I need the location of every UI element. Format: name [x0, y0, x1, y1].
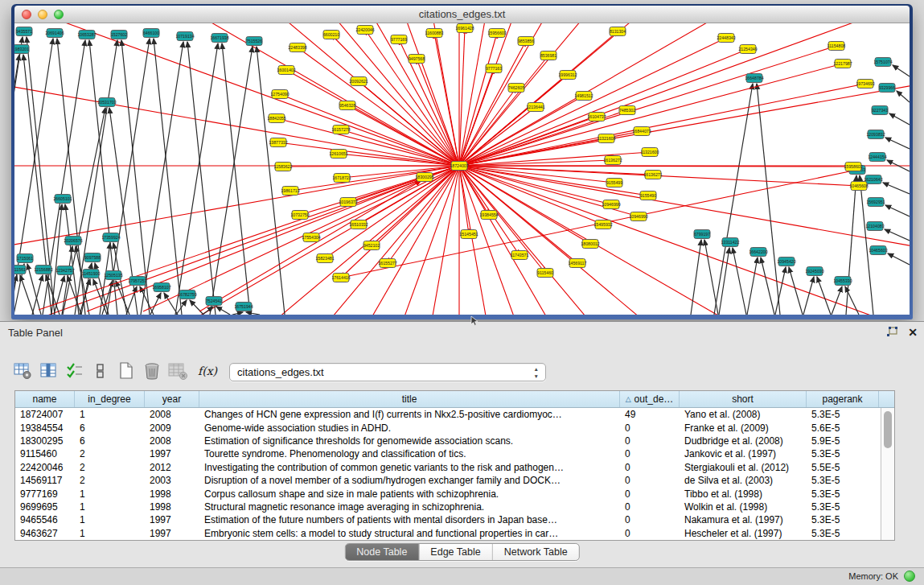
column-header[interactable]: title — [199, 391, 620, 407]
sort-ascending-icon: △ — [626, 395, 631, 403]
table-cell: 1 — [75, 409, 145, 420]
column-show-icon[interactable] — [37, 360, 61, 382]
window-titlebar[interactable]: citations_edges.txt — [14, 6, 910, 23]
table-cell: 5.3E-5 — [807, 448, 879, 459]
svg-text:17614416: 17614416 — [331, 275, 350, 280]
table-cell: 22420046 — [15, 462, 75, 473]
row-height-icon[interactable] — [88, 360, 113, 382]
close-window-icon[interactable] — [22, 10, 31, 19]
table-cell: Tibbo et al. (1998) — [680, 488, 807, 500]
column-header[interactable]: name — [15, 391, 75, 407]
svg-text:16751944: 16751944 — [234, 304, 253, 309]
scrollbar-thumb[interactable] — [884, 411, 892, 448]
table-cell: Tourette syndrome. Phenomenology and cla… — [199, 448, 620, 459]
table-cell: 1 — [75, 528, 145, 539]
column-header[interactable]: short — [680, 391, 807, 407]
tab-edge-table[interactable]: Edge Table — [419, 544, 492, 560]
svg-text:20531703: 20531703 — [97, 100, 116, 105]
table-cell: 9463627 — [15, 528, 75, 539]
svg-text:12444154: 12444154 — [868, 154, 886, 159]
svg-text:11321600: 11321600 — [641, 150, 659, 154]
table-cell: Franke et al. (2009) — [680, 422, 807, 434]
table-cell: 6 — [75, 435, 145, 447]
svg-text:12342757: 12342757 — [55, 268, 74, 273]
table-cell: 18300295 — [15, 435, 75, 447]
status-bar: Memory: OK — [0, 567, 924, 585]
svg-text:9097588: 9097588 — [84, 255, 101, 260]
table-selector-dropdown[interactable]: citations_edges.txt ▲▼ — [229, 363, 546, 381]
table-row[interactable]: 1872400712008Changes of HCN gene express… — [15, 408, 881, 421]
table-toolbar: f(x) — [11, 356, 222, 386]
svg-text:19384554: 19384554 — [479, 212, 498, 217]
svg-text:15958603: 15958603 — [844, 164, 862, 169]
minimize-window-icon[interactable] — [38, 10, 47, 19]
float-panel-icon[interactable] — [886, 327, 898, 338]
svg-text:11321608: 11321608 — [598, 136, 616, 141]
table-row[interactable]: 911546021997Tourette syndrome. Phenomeno… — [15, 447, 881, 460]
svg-text:12610651: 12610651 — [329, 151, 347, 156]
network-graph[interactable]: 9435571206914061065328715276026466100107… — [14, 23, 910, 315]
table-cell: 2008 — [145, 409, 199, 420]
svg-text:17359924: 17359924 — [101, 235, 120, 240]
table-cell: Jankovic et al. (1997) — [680, 448, 807, 459]
function-icon[interactable]: f(x) — [198, 365, 217, 377]
table-panel: Table Panel ✕ — [0, 321, 924, 567]
table-cell: 0 — [620, 448, 680, 459]
column-header[interactable]: year — [145, 391, 199, 407]
table-cell: 0 — [620, 514, 680, 525]
table-cell: 5.3E-5 — [807, 514, 879, 525]
svg-text:12754090: 12754090 — [270, 92, 289, 97]
selection-checks-icon[interactable] — [63, 360, 87, 382]
svg-text:13311422: 13311422 — [721, 240, 740, 245]
svg-text:21254349: 21254349 — [738, 47, 757, 51]
table-row[interactable]: 1456911722003Disruption of a novel membe… — [15, 474, 881, 487]
svg-text:17554304: 17554304 — [302, 235, 320, 240]
table-cell: 1998 — [145, 488, 199, 500]
table-cell: 18724007 — [15, 409, 75, 420]
tab-node-table[interactable]: Node Table — [345, 544, 419, 560]
svg-text:9155490: 9155490 — [640, 193, 656, 198]
svg-text:11451900: 11451900 — [82, 271, 101, 276]
svg-text:15823481: 15823481 — [315, 256, 334, 261]
table-row[interactable]: 2242004622012Investigating the contribut… — [15, 461, 881, 474]
new-document-icon[interactable] — [114, 360, 138, 382]
table-mode-icon[interactable] — [11, 360, 35, 382]
tab-network-table[interactable]: Network Table — [493, 544, 579, 560]
zoom-window-icon[interactable] — [54, 10, 64, 19]
svg-text:12156883: 12156883 — [34, 267, 52, 272]
svg-text:11583622: 11583622 — [274, 164, 293, 169]
table-row[interactable]: 969969511998Structural magnetic resonanc… — [15, 501, 881, 513]
table-cell: Yano et al. (2008) — [680, 409, 807, 420]
table-cell: 5.9E-5 — [807, 435, 879, 447]
column-header[interactable]: in_degree — [75, 391, 145, 407]
column-header[interactable]: △out_de… — [620, 391, 680, 407]
table-cell: 0 — [620, 462, 680, 473]
table-row[interactable]: 946362711997Embryonic stem cells: a mode… — [15, 527, 881, 540]
svg-text:9435571: 9435571 — [16, 29, 32, 34]
table-row[interactable]: 946554611997Estimation of the future num… — [15, 513, 881, 526]
table-row[interactable]: 1830029562008Estimation of significance … — [15, 435, 881, 447]
svg-text:12217987: 12217987 — [833, 61, 852, 66]
close-panel-icon[interactable]: ✕ — [908, 327, 918, 338]
table-row[interactable]: 977716911998Corpus callosum shape and si… — [15, 487, 881, 500]
column-header[interactable]: pagerank — [807, 391, 879, 407]
svg-text:16155277: 16155277 — [378, 261, 396, 266]
table-cell: 9699695 — [15, 501, 75, 513]
svg-text:8131304: 8131304 — [610, 29, 626, 34]
table-scrollbar[interactable] — [881, 408, 894, 540]
svg-text:6799197: 6799197 — [694, 232, 710, 237]
svg-text:19861713: 19861713 — [281, 188, 299, 193]
network-canvas[interactable]: 9435571206914061065328715276026466100107… — [14, 23, 910, 315]
svg-text:1983201: 1983201 — [14, 47, 29, 51]
trash-icon[interactable] — [140, 360, 164, 382]
table-cell: 0 — [620, 422, 680, 434]
svg-text:12505135: 12505135 — [104, 273, 122, 278]
svg-text:16510332: 16510332 — [349, 222, 368, 227]
table-cell: 1998 — [145, 501, 199, 513]
svg-text:7462605: 7462605 — [508, 85, 524, 90]
memory-ok-icon[interactable] — [904, 571, 915, 582]
svg-text:15956603: 15956603 — [487, 31, 506, 35]
table-row[interactable]: 1938455462009Genome-wide association stu… — [15, 421, 881, 434]
table-cell: 1997 — [145, 514, 199, 525]
table-header: namein_degreeyeartitle△out_de…shortpager… — [15, 391, 894, 408]
